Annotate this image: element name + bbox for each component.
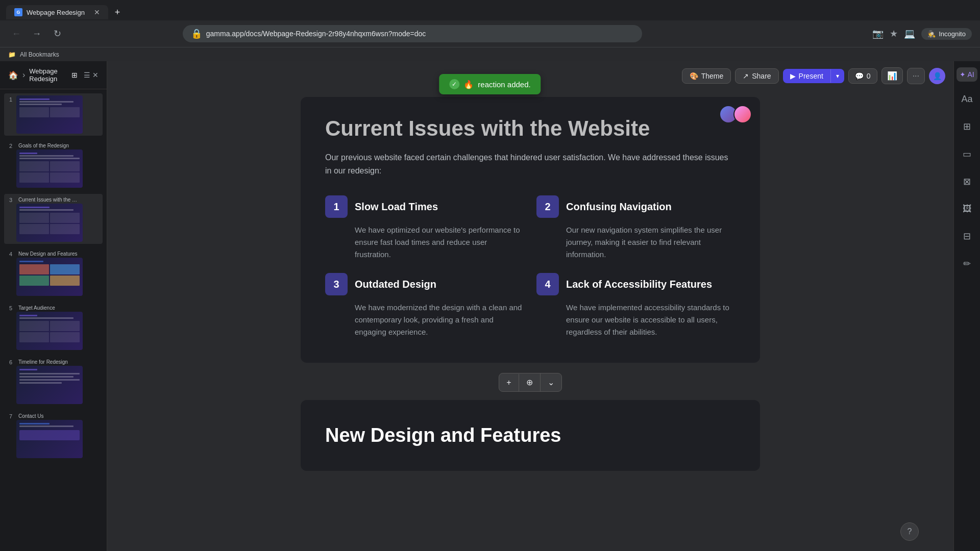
slide-thumbnail-5 <box>16 312 83 350</box>
slide-title-5: Target Audience <box>16 304 83 312</box>
slide-card-3: Current Issues with the Website Our prev… <box>301 97 760 363</box>
main-content: 🎨 Theme ↗ Share ▶ Present ▾ 💬 0 📊 <box>107 61 953 551</box>
slide-title-2: Goals of the Redesign <box>16 142 83 149</box>
analytics-icon: 📊 <box>887 71 897 80</box>
slide-thumbnail-1 <box>16 95 83 134</box>
toast-check-icon: ✓ <box>449 79 459 89</box>
back-button[interactable]: ← <box>8 26 24 42</box>
reaction-toast: ✓ 🔥 reaction added. <box>439 74 541 94</box>
sidebar-item-slide-5[interactable]: 5 Target Audience <box>4 302 103 352</box>
ai-sparkle-icon: ✦ AI <box>960 70 974 79</box>
slide-title-3: Current Issues with the Website <box>16 196 83 204</box>
forward-button[interactable]: → <box>29 26 45 42</box>
slide-thumbnail-7 <box>16 420 83 458</box>
issue-item-3: 3 Outdated Design We have modernized the… <box>325 273 524 338</box>
issue-2-desc: Our new navigation system simplifies the… <box>536 224 736 261</box>
incognito-icon: 🕵 <box>927 30 936 38</box>
analytics-button[interactable]: 📊 <box>881 67 903 84</box>
card-options-button[interactable]: ⌄ <box>541 373 561 391</box>
slide-title-4: New Design and Features <box>16 250 83 258</box>
grid-view-button[interactable]: ⊞ <box>69 70 80 80</box>
new-tab-button[interactable]: + <box>110 5 125 19</box>
nav-toolbar: ← → ↻ 🔒 gamma.app/docs/Webpage-Redesign-… <box>0 20 980 47</box>
present-button[interactable]: ▶ Present <box>783 69 830 83</box>
grid-panel-button[interactable]: ⊞ <box>959 117 975 136</box>
slide-thumbnail-4 <box>16 258 83 296</box>
move-card-button[interactable]: ⊕ <box>519 373 541 391</box>
issue-4-header: 4 Lack of Accessibility Features <box>536 273 736 295</box>
table-panel-button[interactable]: ⊠ <box>959 172 975 191</box>
app-toolbar: 🎨 Theme ↗ Share ▶ Present ▾ 💬 0 📊 <box>674 61 953 90</box>
incognito-button[interactable]: 🕵 Incognito <box>921 28 972 40</box>
comment-button[interactable]: 💬 0 <box>848 68 877 84</box>
camera-off-icon[interactable]: 📷 <box>872 28 884 39</box>
layout-panel-button[interactable]: ⊟ <box>959 227 975 246</box>
more-icon: ··· <box>913 71 919 80</box>
more-options-button[interactable]: ··· <box>907 68 925 84</box>
sidebar-item-slide-2[interactable]: 2 Goals of the Redesign <box>4 140 103 190</box>
sidebar: 🏠 › Webpage Redesign ⊞ ☰ ✕ 1 <box>0 61 107 551</box>
issue-3-desc: We have modernized the design with a cle… <box>325 302 524 338</box>
issue-3-header: 3 Outdated Design <box>325 273 524 295</box>
bookmark-icon[interactable]: ★ <box>890 28 898 39</box>
present-chevron-button[interactable]: ▾ <box>830 69 844 83</box>
help-button[interactable]: ? <box>900 522 919 541</box>
lock-icon: 🔒 <box>191 28 202 39</box>
tab-bar: G Webpage Redesign ✕ + <box>0 0 980 20</box>
sidebar-item-slide-4[interactable]: 4 New Design and Features <box>4 248 103 298</box>
close-sidebar-button[interactable]: ✕ <box>92 71 99 79</box>
text-panel-button[interactable]: Aa <box>957 90 976 109</box>
slide-number-1: 1 <box>6 96 12 103</box>
breadcrumb-separator: › <box>22 70 25 80</box>
tab-close-button[interactable]: ✕ <box>94 8 100 16</box>
pencil-icon: ✏ <box>963 259 971 269</box>
draw-panel-button[interactable]: ✏ <box>959 254 975 273</box>
issue-4-desc: We have implemented accessibility standa… <box>536 302 736 338</box>
card-panel-button[interactable]: ▭ <box>959 144 975 164</box>
theme-icon: 🎨 <box>690 72 698 80</box>
sidebar-item-slide-6[interactable]: 6 Timeline for Redesign <box>4 356 103 406</box>
issue-2-number: 2 <box>536 195 559 218</box>
issue-2-title: Confusing Navigation <box>566 201 672 213</box>
issue-4-title: Lack of Accessibility Features <box>566 279 712 290</box>
active-tab[interactable]: G Webpage Redesign ✕ <box>6 5 108 19</box>
card-action-bar: + ⊕ ⌄ <box>499 373 561 392</box>
slide-thumbnail-2 <box>16 149 83 188</box>
address-bar[interactable]: 🔒 gamma.app/docs/Webpage-Redesign-2r98y4… <box>183 25 642 42</box>
play-icon: ▶ <box>790 72 796 80</box>
theme-button[interactable]: 🎨 Theme <box>682 68 731 84</box>
sidebar-item-slide-3[interactable]: 3 Current Issues with the Website <box>4 194 103 244</box>
issue-2-header: 2 Confusing Navigation <box>536 195 736 218</box>
slide-3-subtitle: Our previous website faced certain chall… <box>325 151 736 177</box>
url-text: gamma.app/docs/Webpage-Redesign-2r98y4nh… <box>206 30 426 38</box>
issue-3-number: 3 <box>325 273 348 295</box>
image-icon: 🖼 <box>963 204 972 214</box>
share-button[interactable]: ↗ Share <box>735 68 778 84</box>
device-icon[interactable]: 💻 <box>904 28 915 39</box>
reload-button[interactable]: ↻ <box>49 26 65 42</box>
text-format-icon: Aa <box>961 94 972 104</box>
avatar-icon: 👤 <box>933 72 942 80</box>
slide-title-7: Contact Us <box>16 412 83 420</box>
app-layout: 🏠 › Webpage Redesign ⊞ ☰ ✕ 1 <box>0 61 980 551</box>
sidebar-item-slide-7[interactable]: 7 Contact Us <box>4 410 103 460</box>
present-group: ▶ Present ▾ <box>783 69 844 83</box>
user-avatar-button[interactable]: 👤 <box>929 68 945 84</box>
sidebar-item-slide-1[interactable]: 1 <box>4 93 103 136</box>
home-icon[interactable]: 🏠 <box>8 70 18 80</box>
right-panel: ✦ AI Aa ⊞ ▭ ⊠ 🖼 ⊟ ✏ <box>953 61 980 551</box>
theme-label: Theme <box>701 72 724 80</box>
tab-favicon: G <box>14 8 22 16</box>
share-label: Share <box>752 72 771 80</box>
comment-icon: 💬 <box>855 72 864 80</box>
add-card-button[interactable]: + <box>499 374 519 391</box>
bookmarks-icon: 📁 <box>8 51 16 58</box>
slide-thumbnail-3 <box>16 204 83 242</box>
media-panel-button[interactable]: 🖼 <box>959 199 976 218</box>
slide-3-title: Current Issues with the Website <box>325 116 736 141</box>
browser-chrome: G Webpage Redesign ✕ + ← → ↻ 🔒 gamma.app… <box>0 0 980 61</box>
ai-panel-button[interactable]: ✦ AI <box>957 67 977 82</box>
list-view-button[interactable]: ☰ <box>82 70 92 80</box>
bookmarks-label: All Bookmarks <box>20 51 59 58</box>
share-icon: ↗ <box>743 72 749 80</box>
